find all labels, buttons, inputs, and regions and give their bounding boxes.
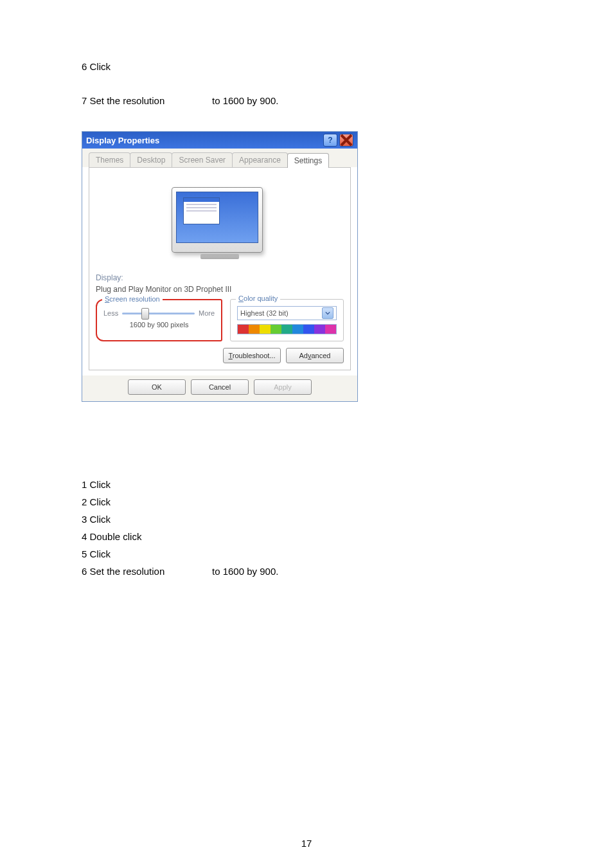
color-spectrum — [237, 324, 337, 334]
tab-settings[interactable]: Settings — [287, 153, 329, 168]
step-num: 7 — [82, 95, 87, 106]
color-quality-select[interactable]: Highest (32 bit) — [237, 306, 337, 320]
instruction-line: 6 Click — [82, 61, 111, 72]
step-text: Set the resolution — [90, 95, 165, 106]
slider-less: Less — [103, 309, 118, 317]
instruction-line: 1 Click — [82, 479, 111, 490]
slider-more: More — [199, 309, 215, 317]
dialog-footer: OK Cancel Apply — [82, 375, 357, 401]
instruction-line: 5 Click — [82, 548, 111, 559]
instruction-line: 7 Set the resolution — [82, 95, 164, 106]
advanced-button[interactable]: Advanced — [286, 348, 344, 363]
monitor-preview — [96, 174, 344, 271]
cancel-button[interactable]: Cancel — [191, 379, 249, 395]
instruction-suffix: to 1600 by 900. — [212, 95, 278, 106]
resolution-slider[interactable] — [122, 308, 195, 318]
instruction-line: 2 Click — [82, 496, 111, 507]
dialog-title: Display Properties — [86, 136, 159, 145]
tab-row: Themes Desktop Screen Saver Appearance S… — [82, 149, 357, 167]
step-text: Click — [90, 61, 111, 72]
instruction-line: 6 Set the resolution — [82, 566, 164, 577]
resolution-legend: Screen resolution — [102, 295, 163, 303]
tab-screensaver[interactable]: Screen Saver — [172, 152, 233, 167]
screen-resolution-group: Screen resolution Less More 1600 by 900 … — [96, 299, 222, 341]
apply-button[interactable]: Apply — [254, 379, 312, 395]
page-number: 17 — [0, 838, 613, 849]
tab-appearance[interactable]: Appearance — [232, 152, 288, 167]
tab-desktop[interactable]: Desktop — [130, 152, 172, 167]
chevron-down-icon — [322, 307, 333, 319]
tab-body: Display: Plug and Play Monitor on 3D Pro… — [89, 167, 351, 370]
color-legend: Color quality — [236, 294, 280, 302]
close-button[interactable] — [339, 134, 353, 147]
titlebar[interactable]: Display Properties ? — [82, 132, 357, 149]
troubleshoot-button[interactable]: Troubleshoot... — [223, 348, 281, 363]
instruction-suffix: to 1600 by 900. — [212, 566, 278, 577]
step-num: 6 — [82, 61, 87, 72]
help-button[interactable]: ? — [323, 134, 337, 147]
tab-themes[interactable]: Themes — [89, 152, 130, 167]
display-value: Plug and Play Monitor on 3D Prophet III — [96, 285, 344, 294]
display-label: Display: — [96, 273, 344, 282]
instruction-line: 3 Click — [82, 514, 111, 525]
resolution-value: 1600 by 900 pixels — [103, 321, 215, 329]
instruction-line: 4 Double click — [82, 531, 141, 542]
ok-button[interactable]: OK — [128, 379, 186, 395]
display-properties-dialog: Display Properties ? Themes Desktop Scre… — [82, 131, 358, 402]
color-quality-group: Color quality Highest (32 bit) — [230, 299, 344, 341]
